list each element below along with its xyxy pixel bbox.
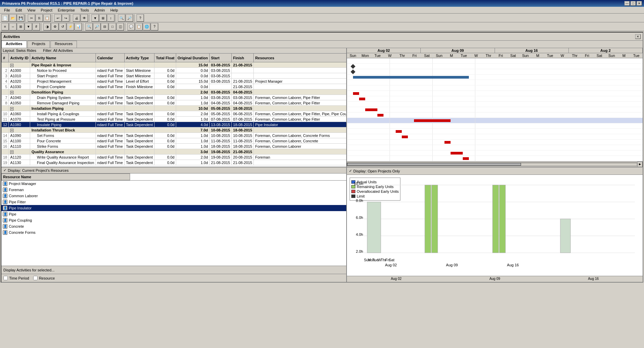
col-header-finish[interactable]: Finish [232,54,254,62]
menu-file[interactable]: File [1,7,13,13]
panel-close-btn[interactable]: ✕ [635,34,641,39]
col-header-float[interactable]: Total Float [154,54,176,62]
tb2-btn6[interactable]: ◑ [43,23,51,30]
expand-icon[interactable]: − [10,64,14,67]
table-row[interactable]: −Installation Thrust Block7.0d10-08-2015… [2,127,347,133]
tb2-btn18[interactable]: 🌐 [143,23,150,30]
table-row[interactable]: −Quality Assurance3.0d19-08-201521-08-20… [2,149,347,155]
col-header-resources[interactable]: Resources [254,54,346,62]
gantt-scrollbar[interactable]: ▶ [347,161,643,167]
col-header-id[interactable]: Activity ID [9,54,30,62]
resource-list-item[interactable]: 👤Project Manager [1,181,346,187]
sort-btn[interactable]: ↕ [107,14,115,22]
tb2-btn3[interactable]: ⊞ [17,23,24,30]
tb2-btn7[interactable]: ⚙ [51,23,59,30]
col-header-start[interactable]: Start [209,54,231,62]
tb2-btn11[interactable]: 🔍 [85,23,93,30]
table-row[interactable]: −Demolition Piping2.0d03-08-201504-08-20… [2,89,347,95]
minimize-button[interactable]: — [624,1,630,6]
table-row[interactable]: 7A1040Drain Piping Systemndard Full Time… [2,95,347,100]
table-row[interactable]: −Pipe Repair & Improve15.0d03-08-201521-… [2,62,347,68]
save-btn[interactable]: 💾 [17,14,24,22]
window-controls[interactable]: — □ ✕ [624,1,642,6]
resource-list-item[interactable]: 👤Pipe Coupling [1,217,346,223]
menu-help[interactable]: Help [108,7,121,13]
tb2-btn12[interactable]: 🔎 [93,23,101,30]
tb2-btn9[interactable]: ⚡ [67,23,74,30]
col-header-type[interactable]: Activity Type [124,54,154,62]
tb2-btn1[interactable]: ≡ [1,23,9,30]
tb2-btn5[interactable]: # [33,23,40,30]
undo-btn[interactable]: ↩ [54,14,62,22]
tb2-btn16[interactable]: 💬 [127,23,135,30]
print-btn[interactable]: 🖨 [73,14,80,22]
table-row[interactable]: −Installation Piping10.0d05-08-201518-08… [2,106,347,111]
tab-activities[interactable]: Activities [1,41,27,48]
copy-btn[interactable]: ⎘ [36,14,43,22]
group-btn[interactable]: ⊞ [99,14,107,22]
menu-project[interactable]: Project [38,7,55,13]
activity-table-container[interactable]: # Activity ID Activity Name Calendar Act… [1,53,346,167]
tab-projects[interactable]: Projects [27,41,50,48]
zoomout-btn[interactable]: 🔎 [126,14,133,22]
tb2-btn4[interactable]: ▼ [25,23,32,30]
new-btn[interactable]: 📄 [1,14,9,22]
table-row[interactable]: 14A1090Set Formsndard Full TimeTask Depe… [2,133,347,138]
menu-tools[interactable]: Tools [78,7,92,13]
table-row[interactable]: 10A1060Install Piping & Couplingsndard F… [2,111,347,117]
resource-list-item[interactable]: 👤Foreman [1,187,346,193]
table-row[interactable]: 18A1120Write Quality Assurance Reportnda… [2,155,347,160]
maximize-button[interactable]: □ [630,1,636,6]
resource-checkbox[interactable] [33,276,38,280]
tb2-btn2[interactable]: ↔ [9,23,17,30]
tab-resources[interactable]: Resources [50,41,77,48]
filter-btn[interactable]: ▼ [91,14,99,22]
resource-list-item[interactable]: 👤Pipe [1,211,346,217]
expand-icon[interactable]: − [10,107,14,110]
preview-btn[interactable]: 👁 [81,14,88,22]
tb2-btn15[interactable]: ◫ [117,23,124,30]
col-header-duration[interactable]: Original Duration [176,54,209,62]
tb2-btn13[interactable]: ⊟ [101,23,108,30]
redo-btn[interactable]: ↪ [62,14,69,22]
table-row[interactable]: 4A1020Project Managementndard Full TimeL… [2,79,347,84]
table-row[interactable]: 19A1130Final Quality Assurance Inspectio… [2,160,347,165]
paste-btn[interactable]: 📋 [43,14,51,22]
cut-btn[interactable]: ✂ [28,14,35,22]
table-row[interactable]: 11A1070Test Piping at Pressurendard Full… [2,117,347,122]
resource-list-item[interactable]: 👤Pipe Insulator [1,205,346,211]
tb2-btn19[interactable]: ? [151,23,158,30]
table-row[interactable]: 5A1030Project Completendard Full TimeFin… [2,84,347,89]
table-row[interactable]: 8A1050Remove Damaged Pipingndard Full Ti… [2,100,347,106]
expand-icon[interactable]: − [10,91,14,94]
expand-icon[interactable]: − [10,129,14,132]
resource-list-item[interactable]: 👤Common Laborer [1,193,346,199]
col-header-calendar[interactable]: Calendar [96,54,124,62]
zoomin-btn[interactable]: 🔍 [118,14,125,22]
resource-list-item[interactable]: 👤Concrete [1,223,346,229]
tb2-btn8[interactable]: ↺ [59,23,66,30]
resource-list-item[interactable]: 👤Pipe Fitter [1,199,346,205]
table-row[interactable]: 16A1110Strike Formsndard Full TimeTask D… [2,144,347,149]
col-header-name[interactable]: Activity Name [30,54,96,62]
tb2-btn10[interactable]: 📊 [75,23,82,30]
time-period-checkbox[interactable] [3,276,8,280]
table-row[interactable]: 2A1000Notice to Proceedndard Full TimeSt… [2,68,347,73]
table-row[interactable]: 12A1080Insulate Pipingndard Full TimeTas… [2,122,347,127]
resource-list[interactable]: 👤Project Manager👤Foreman👤Common Laborer👤… [1,181,346,266]
col-header-num[interactable]: # [2,54,9,62]
open-btn[interactable]: 📂 [9,14,17,22]
tb2-btn14[interactable]: □ [109,23,116,30]
close-button[interactable]: ✕ [637,1,642,6]
menu-admin[interactable]: Admin [91,7,107,13]
gantt-body[interactable] [347,58,643,161]
help-icon-btn[interactable]: ? [137,14,144,22]
menu-view[interactable]: View [25,7,38,13]
expand-icon[interactable]: − [10,150,14,154]
resource-list-item[interactable]: 👤Concrete Forms [1,229,346,236]
menu-edit[interactable]: Edit [13,7,25,13]
table-row[interactable]: 15A1100Pour Concretendard Full TimeTask … [2,138,347,144]
table-row[interactable]: 3A1010Start Projectndard Full TimeStart … [2,73,347,79]
tb2-btn17[interactable]: 📋 [135,23,143,30]
menu-enterprise[interactable]: Enterprise [55,7,78,13]
